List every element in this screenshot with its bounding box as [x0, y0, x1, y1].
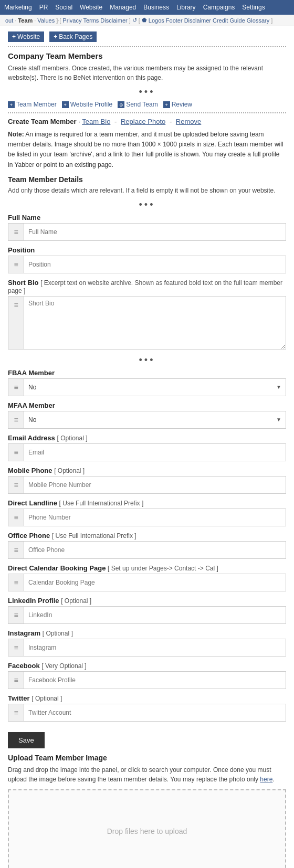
- dots-menu-2: •••: [8, 199, 286, 210]
- calendar-booking-label-note: [ Set up under Pages-> Contact -> Cal ]: [108, 565, 218, 572]
- breadcrumb-out[interactable]: out: [5, 17, 13, 24]
- send-team-icon: ⊕: [118, 101, 124, 108]
- nav-item-social[interactable]: Social: [55, 4, 72, 11]
- nav-item-pr[interactable]: PR: [39, 4, 48, 11]
- short-bio-note: [ Excerpt text on website archive. Shown…: [8, 279, 282, 294]
- divider-2: [8, 112, 286, 113]
- office-phone-input[interactable]: [24, 542, 286, 558]
- sub-nav-team-member[interactable]: + Team Member: [8, 101, 57, 108]
- facebook-field-group: Facebook [ Very Optional ] ≡: [8, 662, 286, 689]
- calendar-booking-label: Direct Calendar Booking Page [ Set up un…: [8, 564, 286, 572]
- short-bio-with-handle: ≡: [8, 297, 286, 349]
- email-handle-icon: ≡: [8, 444, 24, 461]
- save-button[interactable]: Save: [8, 732, 45, 748]
- short-bio-handle-icon: ≡: [8, 297, 24, 349]
- facebook-input[interactable]: [24, 672, 286, 689]
- short-bio-textarea[interactable]: [24, 297, 286, 349]
- replace-photo-link[interactable]: Replace Photo: [121, 118, 165, 125]
- twitter-field-group: Twitter [ Optional ] ≡: [8, 694, 286, 722]
- mfaa-select-wrapper: No Yes: [24, 411, 286, 428]
- breadcrumb-refresh-icon[interactable]: ↺: [132, 17, 137, 24]
- nav-item-website[interactable]: Website: [80, 4, 102, 11]
- position-input[interactable]: [24, 256, 286, 273]
- fbaa-select[interactable]: No Yes: [24, 379, 286, 396]
- instagram-input[interactable]: [24, 639, 286, 656]
- breadcrumb-terms[interactable]: Terms: [83, 17, 99, 24]
- linkedin-label: LinkedIn Profile [ Optional ]: [8, 597, 286, 605]
- mobile-phone-field-group: Mobile Phone [ Optional ] ≡: [8, 467, 286, 494]
- divider-1: [8, 46, 286, 47]
- nav-item-managed[interactable]: Managed: [110, 4, 136, 11]
- sub-nav-review[interactable]: + Review: [163, 101, 192, 108]
- mobile-phone-handle-icon: ≡: [8, 477, 24, 493]
- nav-item-campaigns[interactable]: Campaigns: [203, 4, 235, 11]
- sub-nav: + Team Member + Website Profile ⊕ Send T…: [8, 101, 286, 108]
- twitter-input[interactable]: [24, 704, 286, 721]
- drop-zone[interactable]: Drop files here to upload: [8, 789, 286, 868]
- breadcrumb: out · Team · Values ]·[ Privacy Terms Di…: [0, 15, 294, 26]
- breadcrumb-team[interactable]: Team: [18, 17, 33, 24]
- breadcrumb-privacy[interactable]: Privacy: [62, 17, 81, 24]
- facebook-label: Facebook [ Very Optional ]: [8, 662, 286, 670]
- breadcrumb-disclaimer[interactable]: Disclaimer: [100, 17, 127, 24]
- breadcrumb-logos[interactable]: Logos: [149, 17, 164, 24]
- full-name-label: Full Name: [8, 214, 286, 221]
- mobile-phone-input[interactable]: [24, 477, 286, 493]
- mfaa-handle-icon: ≡: [8, 411, 24, 428]
- nav-item-library[interactable]: Library: [176, 4, 196, 11]
- facebook-input-row: ≡: [8, 671, 286, 689]
- website-profile-icon: +: [62, 101, 69, 108]
- mobile-phone-label: Mobile Phone [ Optional ]: [8, 467, 286, 474]
- remove-link[interactable]: Remove: [176, 118, 201, 125]
- direct-landline-input[interactable]: [24, 509, 286, 526]
- linkedin-field-group: LinkedIn Profile [ Optional ] ≡: [8, 597, 286, 624]
- full-name-input[interactable]: [24, 224, 286, 240]
- mobile-phone-label-note: [ Optional ]: [54, 467, 85, 474]
- office-phone-input-row: ≡: [8, 541, 286, 559]
- breadcrumb-values[interactable]: Values: [37, 17, 55, 24]
- upload-section-desc: Drag and drop the image into the panel, …: [8, 765, 286, 784]
- twitter-input-row: ≡: [8, 704, 286, 722]
- upload-section-title: Upload Team Member Image: [8, 754, 286, 762]
- email-label-note: [ Optional ]: [57, 435, 87, 442]
- review-icon: +: [163, 101, 170, 108]
- instagram-input-row: ≡: [8, 639, 286, 657]
- note-bold-prefix: Note:: [8, 131, 24, 138]
- note-box: Note: An image is required for a team me…: [8, 130, 286, 170]
- sub-nav-website-profile[interactable]: + Website Profile: [62, 101, 112, 108]
- nav-item-marketing[interactable]: Marketing: [4, 4, 32, 11]
- email-input[interactable]: [24, 444, 286, 461]
- team-bio-link[interactable]: Team Bio: [82, 118, 110, 125]
- direct-landline-label-note: [ Use Full International Prefix ]: [59, 500, 144, 507]
- position-field-group: Position ≡: [8, 246, 286, 273]
- here-link[interactable]: here: [260, 776, 272, 783]
- team-member-icon: +: [8, 101, 15, 108]
- mfaa-select[interactable]: No Yes: [24, 411, 286, 428]
- linkedin-label-note: [ Optional ]: [61, 597, 91, 605]
- calendar-booking-field-group: Direct Calendar Booking Page [ Set up un…: [8, 564, 286, 591]
- short-bio-field-group: Short Bio [ Excerpt text on website arch…: [8, 279, 286, 350]
- office-phone-field-group: Office Phone [ Use Full International Pr…: [8, 532, 286, 559]
- nav-item-settings[interactable]: Settings: [242, 4, 265, 11]
- short-bio-textarea-row: ≡: [8, 296, 286, 350]
- short-bio-label: Short Bio [ Excerpt text on website arch…: [8, 279, 286, 294]
- breadcrumb-glossary[interactable]: Glossary: [247, 17, 269, 24]
- add-website-button[interactable]: Website: [8, 31, 44, 42]
- facebook-label-note: [ Very Optional ]: [41, 662, 86, 670]
- fbaa-label: FBAA Member: [8, 369, 286, 377]
- mobile-phone-input-row: ≡: [8, 476, 286, 494]
- add-back-pages-button[interactable]: Back Pages: [49, 31, 97, 42]
- calendar-booking-input[interactable]: [24, 574, 286, 591]
- full-name-field-group: Full Name ≡: [8, 214, 286, 241]
- instagram-field-group: Instagram [ Optional ] ≡: [8, 629, 286, 657]
- breadcrumb-footer-disclaimer[interactable]: Footer Disclaimer: [166, 17, 211, 24]
- sub-nav-send-team[interactable]: ⊕ Send Team: [118, 101, 158, 108]
- nav-item-business[interactable]: Business: [143, 4, 169, 11]
- twitter-label: Twitter [ Optional ]: [8, 694, 286, 702]
- linkedin-input[interactable]: [24, 607, 286, 623]
- twitter-handle-icon: ≡: [8, 704, 24, 721]
- company-team-desc: Create staff members. Once created, the …: [8, 63, 286, 82]
- breadcrumb-credit-guide[interactable]: Credit Guide: [213, 17, 245, 24]
- mfaa-field-group: MFAA Member ≡ No Yes: [8, 401, 286, 429]
- email-label: Email Address [ Optional ]: [8, 434, 286, 442]
